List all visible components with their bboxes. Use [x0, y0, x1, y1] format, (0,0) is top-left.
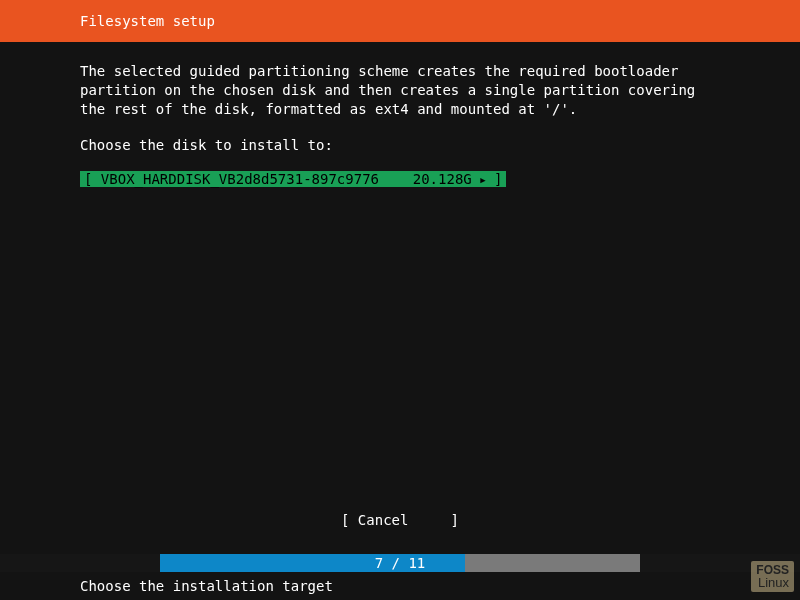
disk-size: 20.128G [413, 171, 472, 187]
description-text: The selected guided partitioning scheme … [80, 62, 720, 119]
footer-hint-text: Choose the installation target [80, 578, 333, 594]
disk-label: VBOX_HARDDISK_VB2d8d5731-897c9776 [101, 171, 379, 187]
bracket-close: ] [486, 171, 503, 187]
disk-option[interactable]: [ VBOX_HARDDISK_VB2d8d5731-897c9776 20.1… [80, 171, 506, 187]
watermark-line2: Linux [756, 576, 789, 589]
cancel-button[interactable]: [ Cancel ] [337, 512, 463, 528]
cancel-row: [ Cancel ] [0, 512, 800, 528]
page-title: Filesystem setup [80, 13, 215, 29]
progress-label: 7 / 11 [0, 555, 800, 571]
main-content: The selected guided partitioning scheme … [0, 42, 800, 187]
bracket-open: [ [84, 171, 101, 187]
watermark-logo: FOSS Linux [751, 561, 794, 592]
progress-area: 7 / 11 [0, 554, 800, 572]
footer-hint: Choose the installation target [0, 572, 800, 600]
titlebar: Filesystem setup [0, 0, 800, 42]
prompt-text: Choose the disk to install to: [80, 137, 720, 153]
